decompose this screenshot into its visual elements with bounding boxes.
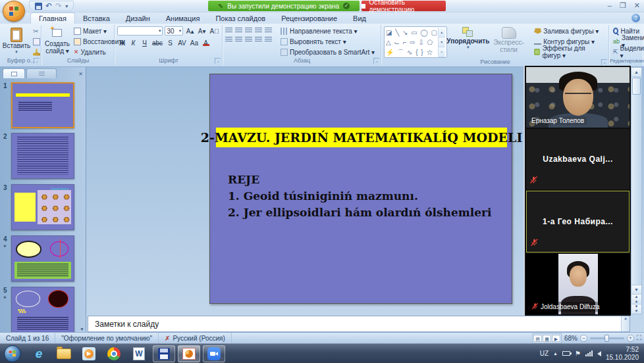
paste-button[interactable]: Вставить ▾ — [3, 26, 30, 57]
text-shadow-button[interactable]: S — [165, 38, 175, 47]
pane-close-icon[interactable]: ✕ — [78, 71, 83, 77]
taskbar-media-player[interactable]: ▶ — [79, 345, 99, 362]
pane-tab-slides[interactable] — [3, 68, 25, 78]
pane-scroll-down-icon[interactable]: ▼ — [80, 327, 84, 331]
taskbar-word[interactable]: W — [129, 345, 149, 362]
language-indicator[interactable]: UZ — [540, 350, 549, 357]
taskbar-saved-document[interactable] — [153, 345, 175, 362]
slideshow-button[interactable]: ▶ — [552, 335, 560, 342]
theme-name[interactable]: "Оформление по умолчанию" — [55, 333, 159, 343]
format-painter-button[interactable] — [32, 47, 41, 57]
tab-vid[interactable]: Вид — [345, 13, 374, 24]
slide-title-highlight[interactable]: 2-MAVZU. JERDIŃ MATEMATIKALÍQ MODELI — [216, 128, 507, 147]
office-button[interactable] — [3, 1, 25, 22]
font-size-combobox[interactable]: 30▾ — [165, 26, 183, 36]
shape-effects-button[interactable]: Эффекты для фигур ▾ — [533, 47, 606, 57]
taskbar-internet-explorer[interactable]: e — [29, 345, 49, 362]
battery-icon[interactable] — [562, 351, 570, 356]
tab-dizain[interactable]: Дизайн — [118, 13, 158, 24]
animation-star-icon[interactable]: ✦ — [3, 243, 7, 249]
drawing-dialog-launcher[interactable]: ⌟ — [601, 59, 607, 65]
stop-share-button[interactable]: Остановить демонстрацию — [362, 1, 446, 11]
arrange-button[interactable]: Упорядочить ▾ — [449, 26, 487, 58]
shapes-gallery-scroll[interactable]: ▴▾▿ — [438, 28, 445, 57]
bold-button[interactable]: Ж — [117, 38, 127, 47]
cut-button[interactable]: ✂ — [32, 26, 41, 36]
restore-button[interactable]: ❐ — [620, 1, 626, 10]
change-case-button[interactable]: Аа — [189, 38, 200, 47]
slide-thumbnail-3[interactable]: 3 Geoid forms — [11, 184, 74, 230]
quick-styles-button[interactable]: Экспресс-стили — [489, 26, 528, 58]
text-direction-button[interactable]: Направление текста ▾ — [279, 26, 376, 36]
font-name-combobox[interactable]: ▾ — [117, 26, 163, 36]
zoom-slider-thumb[interactable] — [604, 335, 609, 342]
scroll-up-icon[interactable]: ▲ — [631, 68, 641, 77]
spellcheck-status[interactable]: ✗Русский (Россия) — [159, 333, 232, 343]
zoom-in-button[interactable]: + — [627, 335, 634, 342]
underline-button[interactable]: Ч — [140, 38, 149, 47]
scroll-down-icon[interactable]: ▼ — [631, 285, 641, 294]
align-left-icon[interactable] — [225, 37, 232, 43]
save-icon[interactable] — [35, 3, 42, 10]
smartart-button[interactable]: Преобразовать в SmartArt ▾ — [279, 47, 376, 57]
main-vertical-scrollbar[interactable]: ▲ ▼ ▲▲ ▼▼ — [631, 67, 642, 314]
bullets-icon[interactable] — [225, 28, 232, 34]
action-center-icon[interactable]: ⚑ — [575, 350, 581, 357]
tab-pokaz-slaidov[interactable]: Показ слайдов — [207, 13, 273, 24]
select-button[interactable]: ⇱Выделить ▾ — [612, 47, 641, 57]
italic-button[interactable]: К — [128, 38, 138, 47]
clipboard-dialog-launcher[interactable]: ⌟ — [34, 58, 40, 64]
align-text-button[interactable]: Выровнять текст ▾ — [279, 37, 376, 46]
start-button[interactable] — [4, 345, 21, 362]
zoom-slider[interactable] — [590, 337, 624, 339]
close-button[interactable]: ✕ — [634, 1, 640, 10]
shapes-row-2[interactable]: △ ⌙ ⌐ ⇨ ⇩ ⬠ — [386, 37, 438, 47]
shapes-row-1[interactable]: ◪ ╲ ↘ ▭ ◯ ▢ — [386, 28, 438, 37]
volume-icon[interactable] — [597, 351, 601, 356]
participant-tile-1[interactable]: Ерназар Толепов — [526, 67, 630, 128]
slide-thumbnail-2[interactable]: 2 — [11, 133, 74, 179]
slide-sorter-button[interactable]: ▦ — [543, 335, 551, 342]
font-color-button[interactable]: А — [201, 38, 211, 47]
undo-icon[interactable]: ↶ — [45, 3, 52, 9]
notes-area[interactable]: Заметки к слайду ▲ — [88, 316, 630, 332]
taskbar-powerpoint[interactable] — [178, 345, 200, 362]
slide-thumbnail-1[interactable]: 1 — [11, 82, 74, 128]
fit-slide-button[interactable]: ⛶ — [637, 334, 641, 342]
justify-icon[interactable] — [255, 37, 262, 43]
slide-body-text[interactable]: REJE 1. Geoid túsiniginiń mazmunı. 2. Je… — [228, 172, 491, 221]
increase-indent-icon[interactable] — [255, 28, 262, 34]
tab-recenzirovanie[interactable]: Рецензирование — [273, 13, 345, 24]
new-slide-button[interactable]: ✦ Создать слайд ▾ — [44, 26, 70, 57]
align-center-icon[interactable] — [235, 37, 242, 43]
strikethrough-button[interactable]: abc — [151, 38, 164, 47]
font-dialog-launcher[interactable]: ⌟ — [215, 58, 221, 64]
minimize-button[interactable]: – — [608, 1, 612, 10]
animation-star-icon[interactable]: ✦ — [3, 295, 7, 301]
shape-fill-button[interactable]: Заливка фигуры ▾ — [533, 26, 606, 36]
slide-canvas[interactable]: 2-MAVZU. JERDIŃ MATEMATIKALÍQ MODELI REJ… — [209, 74, 512, 304]
annotate-icon[interactable]: ✎ — [218, 3, 223, 10]
network-icon[interactable] — [585, 351, 593, 356]
scroll-thumb[interactable] — [632, 78, 641, 95]
taskbar-chrome[interactable] — [104, 345, 124, 362]
next-slide-button[interactable]: ▼▼ — [631, 304, 641, 314]
grow-font-button[interactable]: А▴ — [185, 26, 195, 36]
zoom-out-button[interactable]: − — [580, 335, 587, 342]
align-right-icon[interactable] — [245, 37, 252, 43]
notes-scrollbar[interactable]: ▲ — [621, 316, 630, 331]
clock[interactable]: 7:52 15.10.2020 — [606, 346, 639, 362]
paste-dropdown-icon[interactable]: ▾ — [15, 49, 18, 55]
participant-tile-2[interactable]: Uzakbaeva Qalj... — [526, 129, 630, 189]
hidden-icons-icon[interactable]: ▲ — [553, 351, 558, 356]
normal-view-button[interactable]: ▤ — [533, 335, 542, 342]
pane-tab-outline[interactable] — [26, 68, 57, 78]
line-spacing-icon[interactable] — [265, 28, 272, 34]
slide-thumbnail-4[interactable]: 4 ✦ — [11, 235, 74, 281]
shapes-row-3[interactable]: ⚡ ⌒ ∿ { } ☆ — [386, 47, 438, 57]
shrink-font-button[interactable]: А▾ — [197, 26, 207, 36]
char-spacing-button[interactable]: AV — [176, 38, 188, 47]
copy-button[interactable] — [32, 37, 41, 46]
zoom-percent[interactable]: 68% — [564, 335, 577, 342]
taskbar-explorer[interactable] — [54, 345, 74, 362]
